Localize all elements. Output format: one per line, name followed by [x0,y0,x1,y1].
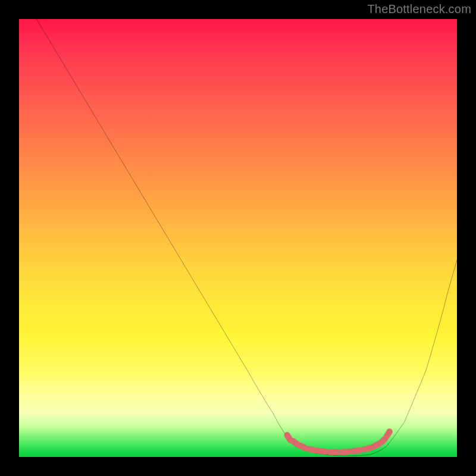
svg-line-0 [287,435,290,440]
svg-line-4 [318,451,325,452]
svg-line-10 [381,439,385,442]
chart-frame: TheBottleneck.com [0,0,476,476]
chart-svg [19,19,457,457]
svg-line-1 [293,441,298,445]
svg-line-9 [374,444,379,446]
svg-line-11 [387,431,389,436]
flat-region-marker [287,431,389,452]
watermark-label: TheBottleneck.com [367,2,471,16]
bottleneck-curve [36,19,457,456]
svg-line-3 [309,449,315,450]
svg-line-6 [342,452,349,452]
plot-area [19,19,457,457]
svg-line-2 [300,446,306,448]
svg-line-8 [364,448,370,450]
svg-line-7 [353,450,360,451]
